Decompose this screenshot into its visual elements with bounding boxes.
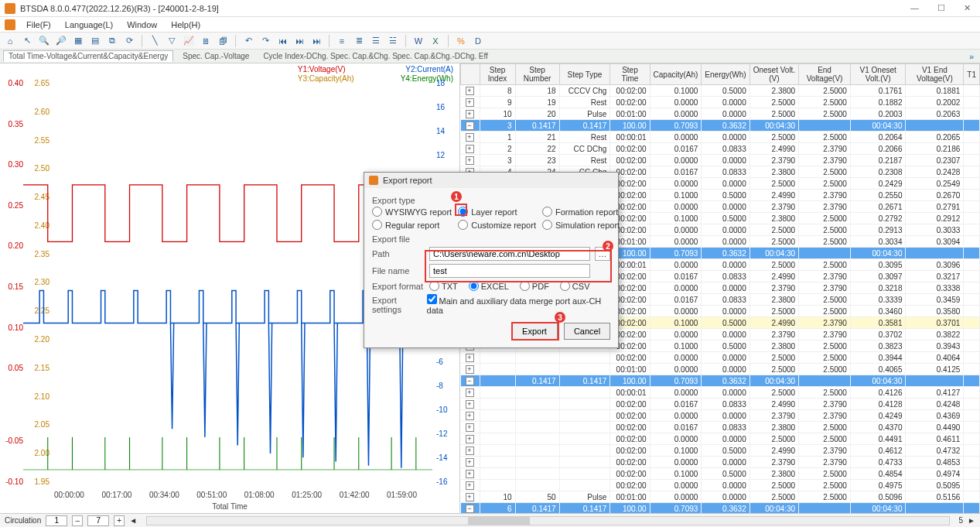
table-row[interactable]: +323Rest00:02:000.00000.00002.37902.3790… bbox=[461, 155, 980, 166]
settings-checkbox[interactable]: Main and auxiliary data merge port aux-C… bbox=[427, 294, 610, 315]
table-row[interactable]: +00:00:010.00000.00002.50002.50000.41260… bbox=[461, 387, 980, 399]
export-format-option[interactable]: PDF bbox=[520, 281, 549, 291]
table-row[interactable]: +00:01:000.00000.00002.50002.50000.40650… bbox=[461, 364, 980, 375]
table-row[interactable]: +121Rest00:00:010.00000.00002.50002.5000… bbox=[461, 132, 980, 143]
expand-icon[interactable]: + bbox=[466, 458, 474, 467]
export-type-option[interactable]: Regular report bbox=[372, 220, 452, 230]
excel-icon[interactable]: X bbox=[429, 34, 442, 48]
table-row[interactable]: −0.14170.1417100.000.70930.363200:04:300… bbox=[461, 375, 980, 387]
refresh-icon[interactable]: ⟳ bbox=[122, 34, 136, 48]
circulation-to[interactable] bbox=[87, 515, 109, 526]
skip-prev-icon[interactable]: ⏮ bbox=[275, 34, 289, 48]
skip-end-icon[interactable]: ⏭ bbox=[309, 34, 323, 48]
doc2-icon[interactable]: 🗐 bbox=[216, 34, 230, 48]
line-icon[interactable]: ╲ bbox=[148, 34, 162, 48]
expand-icon[interactable]: + bbox=[466, 470, 474, 478]
export-format-option[interactable]: TXT bbox=[429, 281, 458, 291]
table-row[interactable]: +00:02:000.10000.50002.38002.50000.48540… bbox=[461, 468, 980, 480]
d-icon[interactable]: D bbox=[471, 34, 485, 48]
tabs-scroll[interactable]: » bbox=[966, 52, 977, 61]
export-type-option[interactable]: Layer report bbox=[458, 207, 536, 217]
tab-cycle-index[interactable]: Cycle Index-DChg. Spec. Cap.&Chg. Spec. … bbox=[258, 51, 493, 61]
grid-icon[interactable]: ▦ bbox=[71, 34, 85, 48]
col-header[interactable]: Capacity(Ah) bbox=[650, 64, 702, 85]
tab-total-time[interactable]: Total Time-Voltage&Current&Capacity&Ener… bbox=[3, 50, 173, 62]
table-row[interactable]: +00:02:000.00000.00002.37902.37900.47330… bbox=[461, 457, 980, 468]
expand-icon[interactable]: + bbox=[466, 447, 474, 455]
col-header[interactable]: V1 End Voltage(V) bbox=[906, 64, 964, 85]
expand-icon[interactable]: + bbox=[466, 400, 474, 409]
table-row[interactable]: +00:02:000.00000.00002.50002.50000.39440… bbox=[461, 352, 980, 364]
table-row[interactable]: +00:02:000.01670.08332.49902.37900.41280… bbox=[461, 399, 980, 410]
path-input[interactable] bbox=[429, 247, 590, 261]
expand-icon[interactable]: + bbox=[466, 493, 474, 501]
col-header[interactable]: End Voltage(V) bbox=[799, 64, 851, 85]
menu-file[interactable]: File(F) bbox=[20, 19, 57, 31]
export-type-option[interactable]: Customize report bbox=[458, 220, 536, 230]
table-row[interactable]: +00:02:000.01670.08332.38002.50000.43700… bbox=[461, 422, 980, 433]
filename-input[interactable] bbox=[429, 264, 590, 278]
circ-to-plus[interactable]: + bbox=[114, 515, 125, 526]
scroll-left-icon[interactable]: ◄ bbox=[129, 516, 137, 525]
expand-icon[interactable]: + bbox=[466, 156, 474, 165]
col-header[interactable]: Step Index bbox=[480, 64, 515, 85]
close-button[interactable]: ✕ bbox=[959, 3, 975, 13]
export-format-option[interactable]: EXCEL bbox=[469, 281, 509, 291]
col-header[interactable]: Step Type bbox=[559, 64, 610, 85]
maximize-button[interactable]: ☐ bbox=[933, 3, 950, 13]
menu-window[interactable]: Window bbox=[121, 19, 163, 31]
cancel-button[interactable]: Cancel bbox=[564, 323, 610, 340]
tab-spec-cap[interactable]: Spec. Cap.-Voltage bbox=[178, 51, 254, 61]
redo-icon[interactable]: ↷ bbox=[258, 34, 272, 48]
menu-help[interactable]: Help(H) bbox=[165, 19, 207, 31]
export-button[interactable]: Export bbox=[511, 323, 558, 340]
table-row[interactable]: +1050Pulse00:01:000.00000.00002.50002.50… bbox=[461, 491, 980, 503]
collapse-icon[interactable]: − bbox=[466, 121, 474, 130]
col-header[interactable] bbox=[461, 64, 480, 85]
expand-icon[interactable]: + bbox=[466, 133, 474, 142]
table-row[interactable]: +00:02:000.00000.00002.50002.50000.49750… bbox=[461, 480, 980, 491]
table-row[interactable]: +818CCCV Chg00:02:000.10000.50002.38002.… bbox=[461, 85, 980, 97]
col-header[interactable]: Step Number bbox=[515, 64, 559, 85]
col-header[interactable]: Oneset Volt.(V) bbox=[750, 64, 798, 85]
col-header[interactable]: V1 Oneset Volt.(V) bbox=[850, 64, 906, 85]
doc1-icon[interactable]: 🗎 bbox=[199, 34, 213, 48]
undo-icon[interactable]: ↶ bbox=[241, 34, 255, 48]
menu-language[interactable]: Language(L) bbox=[59, 19, 119, 31]
rows3-icon[interactable]: ☰ bbox=[369, 34, 383, 48]
expand-icon[interactable]: + bbox=[466, 423, 474, 432]
scroll-right-icon[interactable]: ► bbox=[968, 516, 975, 525]
table-row[interactable]: +919Rest00:02:000.00000.00002.50002.5000… bbox=[461, 97, 980, 108]
col-header[interactable]: Energy(Wh) bbox=[702, 64, 750, 85]
table-row[interactable]: −60.14170.1417100.000.70930.363200:04:30… bbox=[461, 503, 980, 514]
hscrollbar[interactable] bbox=[146, 516, 949, 525]
filter-icon[interactable]: ▽ bbox=[165, 34, 179, 48]
circ-from-minus[interactable]: – bbox=[72, 515, 83, 526]
export-format-option[interactable]: CSV bbox=[560, 281, 590, 291]
expand-icon[interactable]: + bbox=[466, 435, 474, 443]
zoomfit-icon[interactable]: 🔎 bbox=[54, 34, 68, 48]
table-row[interactable]: −30.14170.1417100.000.70930.363200:04:30… bbox=[461, 120, 980, 132]
table-row[interactable]: +1020Pulse00:01:000.00000.00002.50002.50… bbox=[461, 108, 980, 120]
expand-icon[interactable]: + bbox=[466, 481, 474, 490]
copy-icon[interactable]: ⧉ bbox=[105, 34, 119, 48]
word-icon[interactable]: W bbox=[411, 34, 425, 48]
table-row[interactable]: +00:02:000.10000.50002.49902.37900.46120… bbox=[461, 445, 980, 457]
rows4-icon[interactable]: ☱ bbox=[386, 34, 400, 48]
zoom-icon[interactable]: 🔍 bbox=[37, 34, 51, 48]
expand-icon[interactable]: + bbox=[466, 388, 474, 397]
table-icon[interactable]: ▤ bbox=[88, 34, 102, 48]
expand-icon[interactable]: + bbox=[466, 110, 474, 118]
table-row[interactable]: +00:02:000.00000.00002.50002.50000.44910… bbox=[461, 433, 980, 445]
chart-icon[interactable]: 📈 bbox=[182, 34, 196, 48]
table-row[interactable]: +00:02:000.00000.00002.37902.37900.42490… bbox=[461, 410, 980, 422]
collapse-icon[interactable]: − bbox=[466, 505, 474, 513]
col-header[interactable]: Step Time bbox=[610, 64, 650, 85]
rows2-icon[interactable]: ≣ bbox=[352, 34, 366, 48]
expand-icon[interactable]: + bbox=[466, 145, 474, 153]
expand-icon[interactable]: + bbox=[466, 412, 474, 420]
rows1-icon[interactable]: ≡ bbox=[335, 34, 349, 48]
cursor-icon[interactable]: ↖ bbox=[20, 34, 34, 48]
minimize-button[interactable]: — bbox=[906, 3, 924, 13]
home-icon[interactable]: ⌂ bbox=[3, 34, 17, 48]
